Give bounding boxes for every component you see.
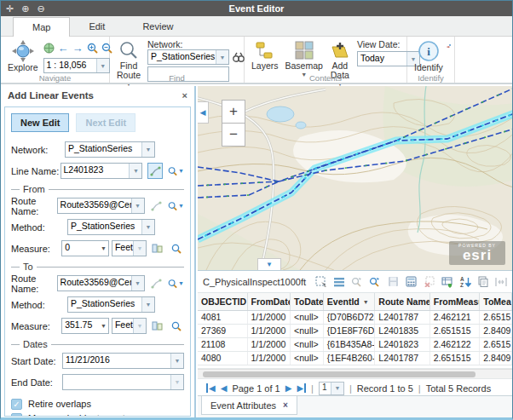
zoom-to-selected-icon-disabled[interactable] <box>351 275 363 289</box>
table-row[interactable]: 40801/1/2000<null>{1EF4B260-F(L24017872.… <box>198 352 512 365</box>
to-zoom-measure-button[interactable] <box>170 318 184 334</box>
map-view[interactable]: ◀ + − ▼ POWERED BY esri <box>198 86 512 270</box>
tab-close-icon[interactable]: × <box>283 400 288 410</box>
identify-route-icon[interactable] <box>447 41 451 51</box>
fit-columns-icon-disabled[interactable] <box>495 275 507 289</box>
next-extent-icon[interactable]: → <box>72 42 84 55</box>
sort-descending-icon: ▼ <box>363 299 369 305</box>
table-cell: {61B435A8-3: <box>324 338 376 351</box>
column-header[interactable]: ToDate <box>291 293 324 310</box>
attribute-grid: C_PhysicalInspect1000ft <box>198 270 512 395</box>
tab-event-attributes[interactable]: Event Attributes × <box>201 396 297 415</box>
scale-dropdown-arrow[interactable]: ▼ <box>96 59 109 72</box>
line-name-dropdown[interactable]: L2401823 ▼ <box>61 163 143 179</box>
table-row[interactable]: 211081/1/2000<null>{61B435A8-3:L24018232… <box>198 338 512 352</box>
option-checkbox[interactable]: ✓Retire overlaps <box>11 397 184 411</box>
table-cell: 2.8409 <box>480 325 512 337</box>
from-select-route-button[interactable] <box>150 198 163 214</box>
copy-records-icon[interactable] <box>477 275 489 289</box>
column-header[interactable]: FromMeasure <box>430 293 481 310</box>
zoom-to-line-button[interactable]: ▼ <box>168 163 184 179</box>
next-edit-button[interactable]: Next Edit <box>76 113 135 132</box>
ribbon-zoom-in-icon[interactable] <box>87 43 98 54</box>
to-measure-combobox[interactable]: 351.75 ▼ <box>61 318 109 334</box>
zoom-to-record-icon[interactable] <box>369 275 381 289</box>
column-header[interactable]: OBJECTID <box>198 293 248 310</box>
from-zoom-route-button[interactable]: ▼ <box>168 198 184 214</box>
full-extent-icon[interactable] <box>43 43 55 54</box>
map-zoom-out-button[interactable]: − <box>222 123 245 147</box>
to-zoom-route-button[interactable]: ▼ <box>168 275 184 291</box>
to-unit-dropdown[interactable]: Feet ▼ <box>112 318 147 334</box>
station-measure-icon <box>152 243 163 254</box>
table-cell: 2.651515 <box>430 352 481 365</box>
start-date-dropdown[interactable]: 11/21/2016 ▼ <box>62 353 184 369</box>
tab-review[interactable]: Review <box>124 17 192 36</box>
table-row[interactable]: 273691/1/2000<null>{D1E8F76D-FL24018352.… <box>198 325 512 338</box>
group-navigate: Explore ← → <box>1 37 110 83</box>
select-line-on-map-button[interactable] <box>147 163 163 179</box>
column-header[interactable]: EventId▼ <box>324 293 376 310</box>
table-cell: L2401835 <box>375 325 429 337</box>
table-row[interactable]: 40811/1/2000<null>{D70B6D72-3L24017872.4… <box>198 311 512 325</box>
from-section-divider: From <box>11 182 184 196</box>
from-unit-dropdown[interactable]: Feet ▼ <box>112 240 147 256</box>
find-network-dropdown[interactable]: P_StationSeries ▼ <box>147 49 229 65</box>
from-zoom-measure-button[interactable] <box>170 240 184 256</box>
from-measure-combobox[interactable]: 0 ▼ <box>61 240 109 256</box>
to-route-name-dropdown[interactable]: Route33569@Cente ▼ <box>57 275 145 291</box>
table-cell: L2401787 <box>375 311 429 324</box>
new-edit-button[interactable]: New Edit <box>11 113 69 132</box>
binoculars-icon[interactable] <box>233 52 245 62</box>
to-station-button[interactable] <box>150 318 164 334</box>
page-selector-dropdown[interactable]: 1 ▼ <box>319 382 344 395</box>
table-cell: 4080 <box>198 352 248 365</box>
collapse-table-arrow[interactable]: ▼ <box>257 258 281 270</box>
column-header[interactable]: ToMea <box>480 293 512 310</box>
previous-extent-icon[interactable]: ← <box>58 42 69 55</box>
option-checkbox[interactable]: ✓Merge coincident events <box>11 411 184 417</box>
to-select-route-button[interactable] <box>150 275 163 291</box>
network-dropdown[interactable]: P_StationSeries ▼ <box>65 141 155 158</box>
layers-button[interactable]: Layers <box>248 39 282 72</box>
group-find: Find Route ▼ Network: P_StationSeries ▼ <box>110 37 245 83</box>
zoom-magnifier-icon <box>171 244 182 254</box>
from-method-dropdown[interactable]: P_StationSeries ▼ <box>67 219 155 235</box>
last-page-icon[interactable]: ▶ <box>297 383 306 393</box>
calculate-field-icon[interactable] <box>405 275 417 289</box>
column-header[interactable]: Route Name <box>375 293 429 310</box>
explore-button[interactable]: Explore <box>4 39 42 73</box>
tab-edit[interactable]: Edit <box>70 17 124 36</box>
next-page-icon[interactable]: ▶ <box>285 383 292 393</box>
tab-map[interactable]: Map <box>13 17 70 37</box>
first-page-icon[interactable]: ◀ <box>206 383 216 393</box>
table-cell: 1/1/2000 <box>248 311 291 324</box>
zoom-magnifier-icon <box>168 279 177 289</box>
show-selected-records-icon[interactable] <box>333 275 345 289</box>
identify-button[interactable]: i Identify <box>411 39 447 73</box>
scale-combobox[interactable]: 1 : 18,056 ▼ <box>43 58 110 73</box>
sort-icon[interactable]: AZ <box>459 275 471 289</box>
grid-horizontal-scrollbar[interactable] <box>198 369 512 378</box>
checkbox-checked-icon[interactable]: ✓ <box>11 413 22 417</box>
checkbox-checked-icon[interactable]: ✓ <box>11 399 22 410</box>
export-table-icon[interactable] <box>441 275 453 289</box>
map-zoom-in-button[interactable]: + <box>222 100 245 124</box>
delete-record-icon-disabled[interactable] <box>424 275 435 289</box>
scrollbar-thumb[interactable] <box>203 371 476 377</box>
save-icon-disabled[interactable] <box>387 275 399 289</box>
to-method-dropdown[interactable]: P_StationSeries ▼ <box>67 296 155 313</box>
select-on-map-icon <box>151 278 162 289</box>
from-station-button[interactable] <box>150 240 164 256</box>
selection-tool-icon[interactable] <box>315 275 327 289</box>
column-header[interactable]: FromDate <box>248 293 291 310</box>
from-route-name-dropdown[interactable]: Route33569@Cente ▼ <box>57 198 145 214</box>
table-cell: 4081 <box>198 311 248 324</box>
esri-logo: POWERED BY esri <box>449 241 505 265</box>
right-pane: ◀ + − ▼ POWERED BY esri C_PhysicalInspec… <box>198 86 512 418</box>
panel-close-icon[interactable]: × <box>182 90 187 101</box>
previous-page-icon[interactable]: ◀ <box>221 383 228 393</box>
end-date-dropdown[interactable]: ▼ <box>62 374 184 390</box>
collapse-panel-arrow[interactable]: ◀ <box>198 101 209 124</box>
table-cell: <null> <box>291 325 324 337</box>
